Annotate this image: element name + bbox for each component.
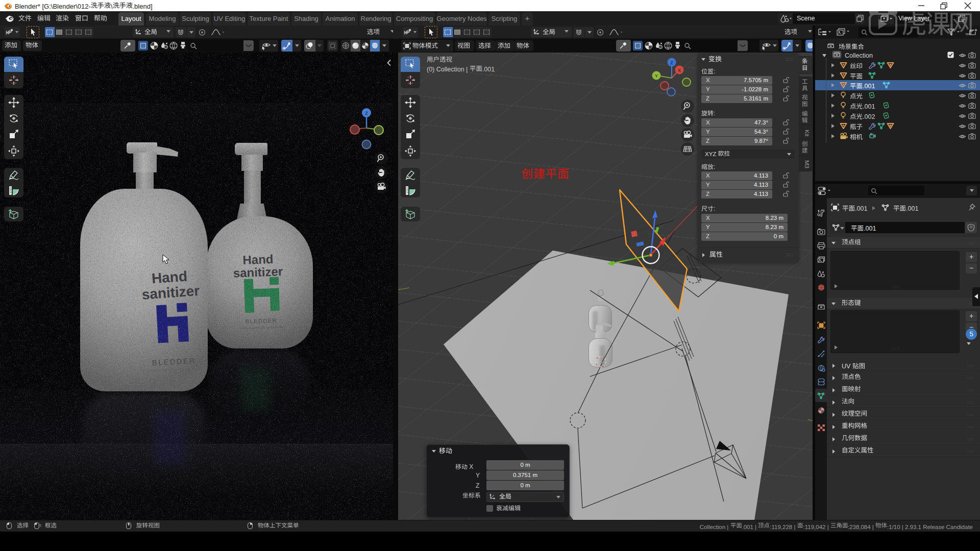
svg-text:Z: Z [365,111,368,116]
svg-text:Z: Z [670,60,673,65]
svg-text:Y: Y [655,73,658,79]
svg-text:X: X [678,68,681,73]
